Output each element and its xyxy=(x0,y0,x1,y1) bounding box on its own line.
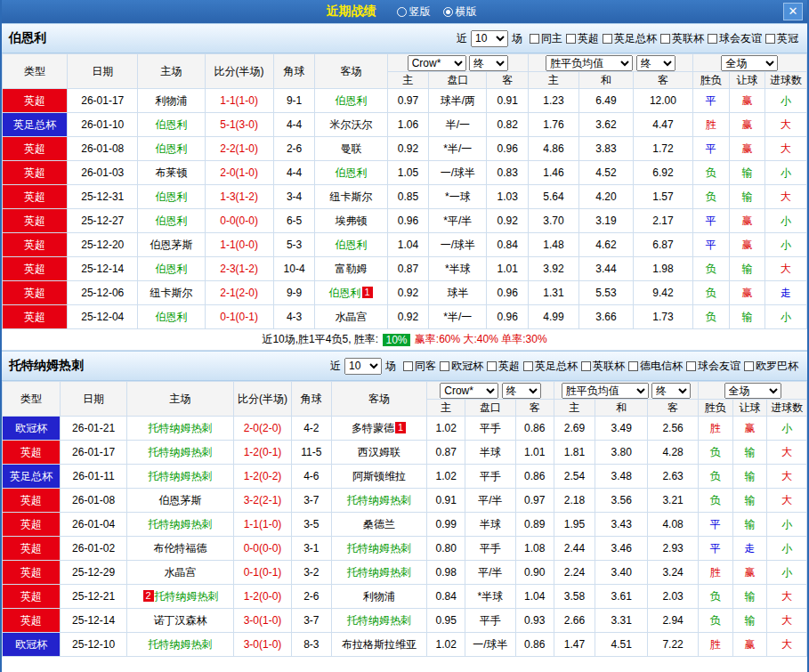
col-header-home: 主场 xyxy=(138,54,205,89)
close-button[interactable]: ✕ xyxy=(783,3,803,20)
match-count-select[interactable]: 10 xyxy=(471,30,508,47)
filter-option[interactable]: 同主 xyxy=(530,31,562,46)
sub-header-handicap-result: 让球 xyxy=(729,72,765,89)
asian-home-odds: 0.98 xyxy=(427,561,465,585)
outcome-result: 负 xyxy=(699,585,733,609)
corners-cell: 3-7 xyxy=(292,489,332,513)
handicap-result: 赢 xyxy=(729,209,765,233)
filter-option[interactable]: 欧冠杯 xyxy=(440,359,483,374)
euro-away-odds: 1.72 xyxy=(633,137,692,161)
match-row: 欧冠杯25-12-10托特纳姆热刺3-0(1-0)8-3布拉格斯拉维亚1.02一… xyxy=(3,633,807,657)
outcome-result: 负 xyxy=(699,489,733,513)
radio-vertical-layout[interactable]: 竖版 xyxy=(397,4,431,20)
goals-result: 大 xyxy=(767,609,807,633)
handicap-result: 赢 xyxy=(729,137,765,161)
checkbox-icon[interactable] xyxy=(403,361,413,371)
filter-option-label: 球会友谊 xyxy=(719,31,762,46)
filter-option[interactable]: 英足总杯 xyxy=(523,359,578,374)
filter-option[interactable]: 球会友谊 xyxy=(686,359,740,374)
score-cell: 0-0(0-0) xyxy=(234,537,292,561)
matches-table-burnley: 类型 日期 主场 比分(半场) 角球 客场 Crow* 终 胜平负均值 终 xyxy=(2,53,807,329)
bookmaker-select[interactable]: Crow* xyxy=(408,55,466,71)
focus-team: 伯恩利 xyxy=(155,215,187,227)
euro-avg-select[interactable]: 胜平负均值 xyxy=(562,383,649,399)
euro-stage-select[interactable]: 终 xyxy=(651,383,691,399)
date-cell: 25-12-06 xyxy=(68,281,138,305)
asian-stage-select[interactable]: 终 xyxy=(469,55,508,71)
competition-cell: 英超 xyxy=(3,161,68,185)
outcome-result: 平 xyxy=(692,89,729,113)
filter-option[interactable]: 欧罗巴杯 xyxy=(744,359,798,374)
euro-draw-odds: 3.31 xyxy=(595,609,648,633)
checkbox-icon[interactable] xyxy=(566,34,576,44)
scope-select[interactable]: 全场 xyxy=(724,383,781,399)
checkbox-icon[interactable] xyxy=(523,361,533,371)
outcome-result: 负 xyxy=(692,161,729,185)
euro-avg-select[interactable]: 胜平负均值 xyxy=(546,55,633,71)
scope-select[interactable]: 全场 xyxy=(721,55,778,71)
date-cell: 26-01-08 xyxy=(68,137,138,161)
checkbox-icon[interactable] xyxy=(686,361,696,371)
col-header-type: 类型 xyxy=(3,382,61,417)
euro-draw-odds: 3.80 xyxy=(595,441,648,465)
goals-result: 大 xyxy=(767,441,807,465)
checkbox-icon[interactable] xyxy=(744,361,754,371)
filter-option[interactable]: 英冠 xyxy=(765,31,798,46)
filter-option[interactable]: 同客 xyxy=(403,359,436,374)
sub-header-goals-result: 进球数 xyxy=(767,400,807,417)
filter-option[interactable]: 英超 xyxy=(487,359,520,374)
competition-cell: 英超 xyxy=(3,257,68,281)
filter-option[interactable]: 英联杯 xyxy=(581,359,625,374)
radio-icon[interactable] xyxy=(397,7,407,17)
checkbox-icon[interactable] xyxy=(440,361,449,371)
checkbox-icon[interactable] xyxy=(708,34,717,44)
competition-cell: 英超 xyxy=(3,537,61,561)
handicap-result: 走 xyxy=(732,537,767,561)
checkbox-icon[interactable] xyxy=(530,34,539,44)
asian-home-odds: 0.92 xyxy=(387,137,429,161)
radio-icon[interactable] xyxy=(443,7,453,17)
team-cell: 托特纳姆热刺 xyxy=(331,489,427,513)
team-header-bar: 托特纳姆热刺 近 10 场 同客欧冠杯英超英足总杯英联杯德电信杯球会友谊欧罗巴杯 xyxy=(2,351,807,381)
col-header-date: 日期 xyxy=(68,54,138,89)
score-cell: 2-0(1-0) xyxy=(205,161,273,185)
red-card-badge: 2 xyxy=(143,590,154,602)
sub-header-euro-draw: 和 xyxy=(578,72,633,89)
opponent-team: 水晶宫 xyxy=(336,311,368,323)
col-header-date: 日期 xyxy=(61,382,127,417)
checkbox-icon[interactable] xyxy=(660,34,670,44)
radio-horizontal-layout[interactable]: 横版 xyxy=(443,4,477,20)
date-cell: 26-01-04 xyxy=(61,513,127,537)
outcome-result: 胜 xyxy=(692,113,729,137)
asian-stage-select[interactable]: 终 xyxy=(502,383,541,399)
filter-option[interactable]: 英联杯 xyxy=(660,31,704,46)
checkbox-icon[interactable] xyxy=(581,361,591,371)
col-header-corner: 角球 xyxy=(273,54,315,89)
asian-home-odds: 1.02 xyxy=(427,465,465,489)
bookmaker-select[interactable]: Crow* xyxy=(440,383,498,399)
competition-cell: 英超 xyxy=(3,489,61,513)
euro-stage-select[interactable]: 终 xyxy=(636,55,676,71)
team-cell: 托特纳姆热刺 xyxy=(331,609,427,633)
handicap-cell: 一/球半 xyxy=(429,233,487,257)
match-count-select[interactable]: 10 xyxy=(344,358,382,375)
goals-result: 大 xyxy=(765,113,807,137)
filter-bar: 近 10 场 同主英超英足总杯英联杯球会友谊英冠 xyxy=(455,30,800,47)
filter-option[interactable]: 德电信杯 xyxy=(628,359,683,374)
sub-header-asian-home: 主 xyxy=(427,400,465,417)
euro-draw-odds: 3.40 xyxy=(595,561,648,585)
checkbox-icon[interactable] xyxy=(487,361,497,371)
sub-header-handicap: 盘口 xyxy=(429,72,487,89)
match-row: 英超25-12-27伯恩利0-0(0-0)6-5埃弗顿0.96*平/半0.923… xyxy=(3,209,807,233)
competition-cell: 英超 xyxy=(3,585,61,609)
filter-option[interactable]: 英超 xyxy=(566,31,599,46)
filter-option[interactable]: 英足总杯 xyxy=(603,31,657,46)
checkbox-icon[interactable] xyxy=(603,34,612,44)
filter-option[interactable]: 球会友谊 xyxy=(708,31,762,46)
checkbox-icon[interactable] xyxy=(765,34,775,44)
handicap-cell: 一/球半 xyxy=(429,161,487,185)
euro-home-odds: 2.18 xyxy=(554,489,595,513)
competition-cell: 英超 xyxy=(3,209,68,233)
checkbox-icon[interactable] xyxy=(628,361,638,371)
euro-home-odds: 5.64 xyxy=(529,185,579,209)
